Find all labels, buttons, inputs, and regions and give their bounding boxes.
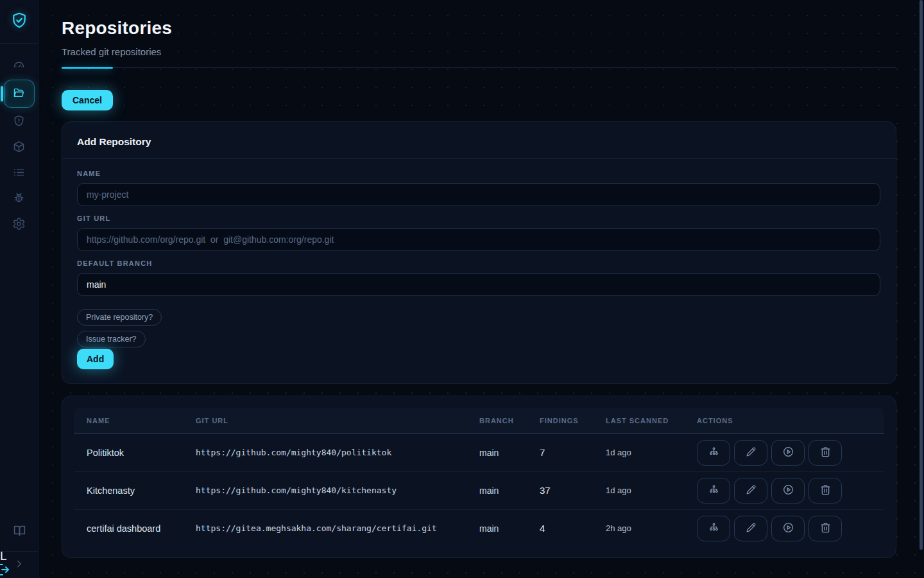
edit-button[interactable] (734, 478, 767, 504)
issue-tracker-toggle-row: Issue tracker? (77, 331, 880, 347)
default-branch-input[interactable] (77, 273, 880, 296)
name-input[interactable] (77, 183, 880, 206)
repo-branch-cell: main (479, 434, 540, 471)
sidebar-item-bugs[interactable] (4, 186, 35, 212)
pencil-icon (745, 484, 757, 498)
dependency-graph-button[interactable] (697, 516, 730, 541)
row-actions (697, 516, 884, 541)
repositories-table-card: NAME GIT URL BRANCH FINDINGS LAST SCANNE… (62, 396, 896, 558)
vertical-scrollbar[interactable] (920, 0, 923, 550)
row-actions (697, 440, 884, 466)
table-header-row: NAME GIT URL BRANCH FINDINGS LAST SCANNE… (74, 408, 884, 434)
sitemap-icon (708, 446, 720, 460)
pencil-icon (745, 446, 757, 460)
play-circle-icon (782, 446, 794, 460)
col-header-last-scanned: LAST SCANNED (606, 408, 697, 434)
play-circle-icon (782, 484, 794, 498)
delete-button[interactable] (809, 516, 842, 541)
sidebar (0, 0, 38, 578)
package-icon (12, 140, 26, 156)
table-row: Kitchenasty https://github.com/mighty840… (74, 471, 884, 509)
run-scan-button[interactable] (771, 478, 805, 504)
clipped-logout-label: L (0, 549, 7, 563)
logout-icon[interactable] (0, 562, 12, 577)
app-logo[interactable] (0, 0, 38, 44)
col-header-findings: FINDINGS (540, 408, 606, 434)
sidebar-item-dashboard[interactable] (4, 53, 35, 78)
delete-button[interactable] (809, 478, 842, 504)
folder-open-icon (12, 86, 26, 102)
shield-alert-icon (12, 114, 26, 130)
issue-tracker-toggle[interactable]: Issue tracker? (77, 331, 146, 347)
repo-name-cell: Kitchenasty (74, 471, 196, 509)
col-header-branch: BRANCH (479, 408, 540, 434)
run-scan-button[interactable] (771, 516, 805, 541)
sidebar-item-docs[interactable] (4, 518, 35, 546)
sidebar-item-settings[interactable] (4, 212, 35, 238)
repositories-table: NAME GIT URL BRANCH FINDINGS LAST SCANNE… (74, 408, 884, 547)
edit-button[interactable] (734, 516, 767, 541)
trash-icon (819, 521, 832, 536)
repo-findings-cell: 37 (540, 471, 606, 509)
trash-icon (819, 484, 832, 498)
sidebar-item-repositories[interactable] (4, 80, 35, 108)
list-icon (12, 166, 26, 182)
private-repo-toggle-row: Private repository? (77, 309, 880, 326)
trash-icon (819, 446, 832, 460)
gear-icon (12, 217, 26, 233)
cancel-button[interactable]: Cancel (62, 90, 113, 110)
run-scan-button[interactable] (771, 440, 805, 466)
private-repository-toggle[interactable]: Private repository? (77, 309, 162, 326)
sitemap-icon (708, 521, 720, 536)
title-divider (62, 67, 896, 69)
sitemap-icon (708, 484, 720, 498)
repo-branch-cell: main (479, 509, 540, 547)
repo-git-url-cell: https://gitea.meghsakha.com/sharang/cert… (196, 509, 479, 547)
add-repository-card: Add Repository NAME GIT URL DEFAULT BRAN… (62, 121, 896, 384)
table-body: Politiktok https://github.com/mighty840/… (74, 434, 884, 547)
sidebar-item-packages[interactable] (4, 135, 35, 161)
repo-git-url-cell: https://github.com/mighty840/politiktok (196, 434, 479, 471)
git-url-label: GIT URL (77, 215, 880, 222)
chevron-right-icon (13, 558, 25, 572)
active-indicator (1, 86, 3, 101)
repo-last-scanned-cell: 2h ago (606, 509, 697, 547)
dependency-graph-button[interactable] (697, 478, 730, 504)
add-button[interactable]: Add (77, 349, 114, 369)
repo-findings-cell: 4 (540, 509, 606, 547)
book-open-icon (13, 524, 26, 540)
name-label: NAME (77, 170, 880, 177)
page-title: Repositories (62, 18, 896, 39)
col-header-actions: ACTIONS (697, 408, 884, 434)
row-actions (697, 478, 884, 504)
play-circle-icon (782, 521, 794, 536)
col-header-name: NAME (74, 408, 196, 434)
shield-check-icon (10, 11, 29, 33)
edit-button[interactable] (734, 440, 767, 466)
pencil-icon (745, 521, 757, 536)
repo-findings-cell: 7 (540, 434, 606, 471)
repo-branch-cell: main (479, 471, 540, 509)
default-branch-field-group: DEFAULT BRANCH (77, 259, 880, 296)
gauge-icon (12, 58, 26, 74)
divider (62, 158, 896, 159)
sidebar-nav (0, 53, 38, 238)
table-row: certifai dashboard https://gitea.meghsak… (74, 509, 884, 547)
sidebar-item-findings[interactable] (4, 161, 35, 186)
table-row: Politiktok https://github.com/mighty840/… (74, 434, 884, 471)
page-subtitle: Tracked git repositories (62, 46, 896, 57)
default-branch-label: DEFAULT BRANCH (77, 259, 880, 267)
git-url-field-group: GIT URL (77, 215, 880, 251)
git-url-input[interactable] (77, 228, 880, 251)
delete-button[interactable] (809, 440, 842, 466)
main-content: Repositories Tracked git repositories Ca… (38, 0, 924, 578)
repo-name-cell: Politiktok (74, 434, 196, 471)
repo-last-scanned-cell: 1d ago (606, 434, 697, 471)
col-header-git-url: GIT URL (196, 408, 479, 434)
repo-git-url-cell: https://github.com/mighty840/kitchenasty (196, 471, 479, 509)
sidebar-item-security[interactable] (4, 109, 35, 135)
name-field-group: NAME (77, 170, 880, 206)
repo-name-cell: certifai dashboard (74, 509, 196, 547)
dependency-graph-button[interactable] (697, 440, 730, 466)
bug-icon (12, 191, 26, 207)
